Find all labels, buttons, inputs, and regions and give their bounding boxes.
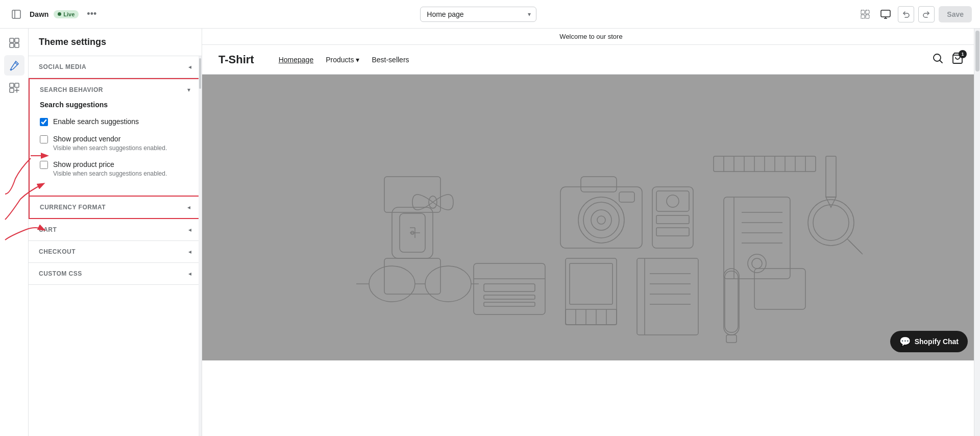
redo-button[interactable]	[918, 6, 935, 22]
scrollbar-track[interactable]	[199, 56, 202, 436]
icon-rail	[0, 29, 29, 436]
nav-products[interactable]: Products ▾	[326, 56, 359, 64]
monitor-icon	[880, 10, 891, 19]
store-cart-button[interactable]: 1	[951, 52, 964, 67]
store-search-button[interactable]	[932, 53, 943, 66]
store-header-actions: 1	[932, 52, 964, 67]
svg-rect-16	[10, 88, 14, 92]
settings-panel: Theme settings SOCIAL MEDIA ◂ SEARCH BEH…	[29, 29, 202, 436]
page-selector-dropdown[interactable]: Home page Products Collections About Con…	[421, 7, 523, 21]
custom-css-arrow: ◂	[188, 270, 191, 277]
search-behavior-section: SEARCH BEHAVIOR ▾ Search suggestions Ena…	[29, 78, 202, 197]
currency-format-section: CURRENCY FORMAT ◂	[29, 197, 202, 219]
topbar-left: Dawn Live •••	[8, 6, 100, 22]
social-media-arrow: ◂	[188, 63, 191, 70]
sidebar-toggle-button[interactable]	[8, 6, 24, 22]
settings-panel-title: Theme settings	[29, 29, 202, 56]
scrollbar-thumb[interactable]	[199, 58, 201, 89]
hero-illustration	[315, 75, 867, 360]
selection-tool-button[interactable]	[857, 6, 873, 22]
topbar-center: Home page Products Collections About Con…	[106, 7, 851, 22]
svg-rect-10	[15, 38, 19, 42]
nav-products-label: Products	[326, 56, 354, 64]
checkout-label: CHECKOUT	[39, 248, 76, 255]
show-price-label-group: Show product price Visible when search s…	[53, 160, 167, 177]
svg-line-22	[940, 61, 943, 63]
show-vendor-checkbox[interactable]	[40, 135, 48, 143]
currency-format-label: CURRENCY FORMAT	[40, 204, 106, 211]
theme-settings-button[interactable]	[4, 55, 24, 76]
plus-icon	[9, 82, 20, 93]
main-content: Theme settings SOCIAL MEDIA ◂ SEARCH BEH…	[0, 29, 980, 436]
show-price-label[interactable]: Show product price	[53, 160, 114, 168]
save-button[interactable]: Save	[939, 6, 972, 22]
enable-search-checkbox[interactable]	[40, 118, 48, 126]
checkout-section[interactable]: CHECKOUT ◂	[29, 241, 202, 263]
cart-badge: 1	[959, 50, 967, 58]
nav-products-chevron: ▾	[356, 56, 359, 64]
selection-icon	[860, 9, 870, 19]
svg-rect-3	[866, 10, 869, 14]
preview-frame: Welcome to our store T-Shirt Homepage Pr…	[202, 29, 980, 436]
chevron-down-icon: ▾	[523, 8, 536, 21]
store-search-icon	[932, 53, 943, 64]
page-selector[interactable]: Home page Products Collections About Con…	[420, 7, 536, 22]
show-price-hint: Visible when search suggestions enabled.	[53, 170, 167, 177]
show-vendor-label-group: Show product vendor Visible when search …	[53, 134, 167, 152]
show-vendor-item: Show product vendor Visible when search …	[40, 134, 190, 152]
store-header: T-Shirt Homepage Products ▾ Best-sellers	[202, 45, 980, 75]
search-behavior-header[interactable]: SEARCH BEHAVIOR ▾	[30, 79, 201, 101]
svg-rect-0	[12, 10, 20, 18]
preview-area: Welcome to our store T-Shirt Homepage Pr…	[202, 29, 980, 436]
nav-bestsellers[interactable]: Best-sellers	[372, 56, 409, 64]
live-label: Live	[63, 11, 75, 17]
settings-body: SOCIAL MEDIA ◂ SEARCH BEHAVIOR ▾ Search …	[29, 56, 202, 436]
store-topbar: Welcome to our store	[202, 29, 980, 45]
more-options-button[interactable]: •••	[84, 7, 100, 21]
search-behavior-arrow: ▾	[187, 86, 190, 93]
preview-scrollbar[interactable]	[974, 29, 980, 436]
social-media-label: SOCIAL MEDIA	[39, 63, 86, 70]
store-logo: T-Shirt	[218, 53, 254, 66]
svg-rect-15	[15, 83, 19, 87]
topbar: Dawn Live ••• Home page Products Collect…	[0, 0, 980, 29]
paintbrush-icon	[9, 60, 20, 71]
search-suggestions-title: Search suggestions	[40, 101, 190, 109]
sections-icon	[9, 37, 20, 49]
svg-rect-12	[15, 43, 19, 47]
enable-search-label-group: Enable search suggestions	[53, 117, 139, 126]
site-name: Dawn	[30, 10, 48, 18]
add-section-button[interactable]	[4, 78, 24, 98]
show-price-checkbox[interactable]	[40, 161, 48, 169]
svg-rect-14	[10, 83, 14, 87]
undo-icon	[902, 10, 910, 18]
desktop-view-button[interactable]	[877, 6, 894, 22]
live-badge: Live	[54, 10, 79, 18]
cart-section[interactable]: CART ◂	[29, 219, 202, 241]
nav-homepage[interactable]: Homepage	[279, 56, 314, 64]
svg-rect-9	[10, 38, 14, 42]
cart-arrow: ◂	[188, 226, 191, 233]
custom-css-label: CUSTOM CSS	[39, 270, 82, 277]
enable-search-label[interactable]: Enable search suggestions	[53, 117, 139, 126]
show-vendor-label[interactable]: Show product vendor	[53, 135, 120, 143]
currency-format-arrow: ◂	[187, 204, 190, 211]
enable-search-item: Enable search suggestions	[40, 117, 190, 126]
search-behavior-label: SEARCH BEHAVIOR	[40, 86, 103, 93]
cart-label: CART	[39, 226, 57, 233]
svg-rect-4	[861, 15, 865, 18]
currency-format-header[interactable]: CURRENCY FORMAT ◂	[30, 197, 201, 218]
sections-button[interactable]	[4, 33, 24, 53]
chat-widget[interactable]: 💬 Shopify Chat	[890, 331, 968, 352]
preview-scrollbar-thumb[interactable]	[975, 31, 979, 71]
custom-css-section[interactable]: CUSTOM CSS ◂	[29, 263, 202, 285]
redo-icon	[922, 10, 930, 18]
svg-rect-6	[881, 10, 890, 17]
chat-label: Shopify Chat	[915, 337, 959, 346]
show-vendor-hint: Visible when search suggestions enabled.	[53, 144, 167, 152]
undo-button[interactable]	[898, 6, 914, 22]
social-media-section[interactable]: SOCIAL MEDIA ◂	[29, 56, 202, 78]
store-hero: 💬 Shopify Chat	[202, 75, 980, 360]
svg-rect-11	[10, 43, 14, 47]
checkout-arrow: ◂	[188, 248, 191, 255]
